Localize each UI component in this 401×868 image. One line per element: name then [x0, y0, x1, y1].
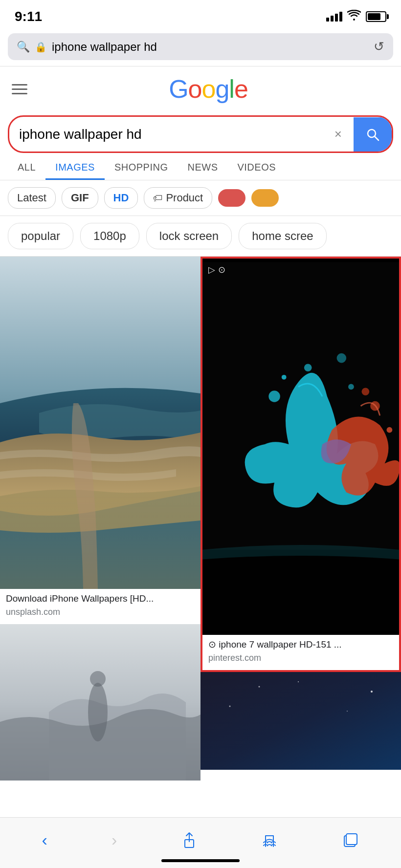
beach-source: unsplash.com	[0, 607, 200, 624]
image-col-right: ▷ ⊙ ⊙ iphone 7 wallpaper HD-151 ... pint…	[200, 257, 401, 781]
foggy-image	[0, 624, 200, 781]
splash-image: ▷ ⊙	[202, 259, 399, 635]
suggestion-lock-screen[interactable]: lock screen	[146, 223, 232, 249]
tab-news[interactable]: NEWS	[178, 153, 227, 180]
svg-point-20	[347, 711, 348, 712]
image-beach[interactable]: Download iPhone Wallpapers [HD... unspla…	[0, 257, 200, 624]
image-splash[interactable]: ▷ ⊙ ⊙ iphone 7 wallpaper HD-151 ... pint…	[200, 257, 401, 672]
hamburger-menu[interactable]	[12, 84, 27, 94]
svg-rect-15	[202, 550, 399, 631]
google-logo: Google	[27, 74, 389, 104]
copyright-icon: ⊙	[218, 264, 225, 275]
status-bar: 9:11	[0, 0, 401, 29]
bookmarks-icon	[262, 832, 278, 848]
search-box[interactable]: iphone wallpaper hd ×	[8, 115, 393, 153]
suggestion-popular[interactable]: popular	[8, 223, 73, 249]
svg-point-10	[282, 375, 287, 380]
tab-all[interactable]: ALL	[8, 153, 45, 180]
video-badge: ▷ ⊙	[208, 264, 225, 275]
home-indicator	[161, 859, 240, 862]
back-icon: ‹	[42, 830, 47, 849]
beach-caption: Download iPhone Wallpapers [HD...	[0, 589, 200, 607]
nav-items: ‹ ›	[0, 825, 401, 854]
svg-point-19	[298, 681, 299, 682]
clear-search-button[interactable]: ×	[333, 125, 344, 144]
tabs-icon	[342, 832, 359, 848]
svg-rect-16	[200, 672, 401, 770]
svg-point-4	[88, 683, 108, 741]
dark-image	[200, 672, 401, 770]
status-icons	[326, 10, 386, 23]
forward-button[interactable]: ›	[102, 825, 127, 854]
filter-color-orange[interactable]	[251, 189, 279, 207]
tag-icon: 🏷	[153, 193, 163, 204]
svg-point-8	[304, 364, 312, 371]
filter-product[interactable]: 🏷 Product	[144, 187, 212, 209]
url-text: iphone wallpaper hd	[52, 40, 369, 54]
bookmarks-button[interactable]	[252, 827, 288, 853]
tabs-button[interactable]	[333, 827, 369, 853]
beach-image	[0, 257, 200, 589]
suggestion-home-screen[interactable]: home scree	[239, 223, 326, 249]
svg-point-18	[229, 705, 231, 707]
search-box-container: iphone wallpaper hd ×	[0, 111, 401, 153]
filter-color-red[interactable]	[218, 189, 245, 207]
suggestion-pills: popular 1080p lock screen home scree	[0, 216, 401, 257]
search-submit-icon	[365, 127, 380, 142]
search-tabs: ALL IMAGES SHOPPING NEWS VIDEOS	[0, 153, 401, 180]
search-query-text: iphone wallpaper hd	[19, 127, 327, 142]
image-foggy[interactable]	[0, 624, 200, 781]
image-col-left: Download iPhone Wallpapers [HD... unspla…	[0, 257, 200, 781]
lock-icon: 🔒	[35, 41, 47, 53]
battery-icon	[366, 11, 386, 22]
svg-point-17	[371, 691, 373, 693]
svg-rect-24	[346, 834, 357, 845]
svg-point-7	[268, 391, 280, 402]
google-header: Google	[0, 66, 401, 111]
svg-point-21	[259, 686, 260, 687]
tab-videos[interactable]: VIDEOS	[227, 153, 286, 180]
play-icon: ▷	[208, 264, 215, 275]
url-bar[interactable]: 🔍 🔒 iphone wallpaper hd ↺	[8, 33, 393, 60]
suggestion-1080p[interactable]: 1080p	[80, 223, 139, 249]
forward-icon: ›	[111, 830, 117, 849]
tab-shopping[interactable]: SHOPPING	[105, 153, 178, 180]
share-icon	[181, 832, 198, 848]
splash-source: pinterest.com	[202, 653, 399, 670]
share-button[interactable]	[171, 827, 207, 853]
splash-caption: ⊙ iphone 7 wallpaper HD-151 ...	[202, 635, 399, 653]
svg-point-13	[387, 427, 393, 433]
filter-hd[interactable]: HD	[104, 187, 138, 209]
search-icon: 🔍	[17, 41, 30, 53]
bottom-nav: ‹ ›	[0, 817, 401, 868]
svg-point-5	[90, 671, 106, 687]
svg-point-11	[337, 353, 347, 363]
search-submit-button[interactable]	[354, 117, 392, 152]
svg-point-9	[348, 384, 354, 390]
back-button[interactable]: ‹	[32, 825, 57, 854]
filter-gif[interactable]: GIF	[62, 187, 98, 209]
svg-line-1	[375, 136, 379, 140]
url-bar-container: 🔍 🔒 iphone wallpaper hd ↺	[0, 29, 401, 66]
wifi-icon	[347, 10, 361, 23]
filter-latest[interactable]: Latest	[8, 187, 56, 209]
status-time: 9:11	[15, 9, 42, 24]
image-dark[interactable]	[200, 672, 401, 770]
reload-icon[interactable]: ↺	[374, 39, 384, 54]
filter-chips: Latest GIF HD 🏷 Product	[0, 180, 401, 216]
tab-images[interactable]: IMAGES	[45, 153, 105, 180]
image-grid: Download iPhone Wallpapers [HD... unspla…	[0, 257, 401, 781]
signal-bars-icon	[326, 12, 342, 22]
svg-point-14	[362, 388, 370, 395]
